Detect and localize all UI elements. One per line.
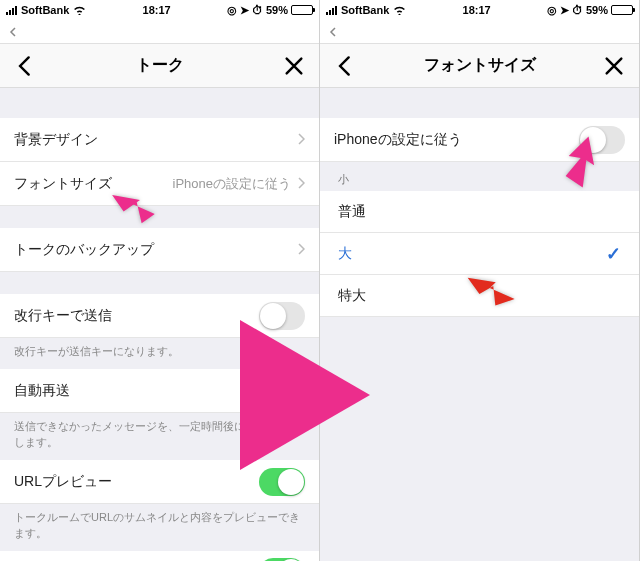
status-bar: SoftBank 18:17 ◎ ➤ ⏱ 59% xyxy=(0,0,319,20)
annotation-next-arrow-icon xyxy=(240,320,370,474)
checkmark-icon: ✓ xyxy=(606,243,621,265)
close-button[interactable] xyxy=(283,55,305,77)
screen-font-size: SoftBank 18:17 ◎ ➤ ⏱ 59% フォントサイズ iPhoneの… xyxy=(320,0,640,561)
option-label: 特大 xyxy=(338,287,366,305)
option-normal[interactable]: 普通 xyxy=(320,191,639,233)
battery-pct: 59% xyxy=(586,4,608,16)
carrier-label: SoftBank xyxy=(21,4,69,16)
status-bar: SoftBank 18:17 ◎ ➤ ⏱ 59% xyxy=(320,0,639,20)
row-label: URLプレビュー xyxy=(14,473,259,491)
row-label: 自動再送 xyxy=(14,382,259,400)
nav-bar: トーク xyxy=(0,44,319,88)
battery-pct: 59% xyxy=(266,4,288,16)
back-button[interactable] xyxy=(14,55,36,77)
tab-chevron-icon xyxy=(328,23,338,41)
chevron-right-icon xyxy=(297,176,305,192)
row-label: 改行キーで送信 xyxy=(14,307,259,325)
option-label: 大 xyxy=(338,245,352,263)
caption-url-preview: トークルームでURLのサムネイルと内容をプレビューできます。 xyxy=(0,504,319,551)
location-icon: ◎ xyxy=(547,4,557,17)
wifi-icon xyxy=(393,6,406,15)
chevron-right-icon xyxy=(297,242,305,258)
page-title: トーク xyxy=(136,55,184,76)
chevron-right-icon xyxy=(297,132,305,148)
option-label: 普通 xyxy=(338,203,366,221)
carrier-label: SoftBank xyxy=(341,4,389,16)
status-time: 18:17 xyxy=(143,4,171,16)
row-value: iPhoneの設定に従う xyxy=(173,175,291,193)
alarm-icon: ⏱ xyxy=(572,4,583,16)
signal-icon xyxy=(6,6,17,15)
browser-tab-strip xyxy=(320,20,639,44)
row-label: 背景デザイン xyxy=(14,131,297,149)
row-talk-backup[interactable]: トークのバックアップ xyxy=(0,228,319,272)
nav-icon: ➤ xyxy=(240,4,249,17)
signal-icon xyxy=(326,6,337,15)
nav-bar: フォントサイズ xyxy=(320,44,639,88)
battery-icon xyxy=(611,5,633,15)
status-time: 18:17 xyxy=(463,4,491,16)
back-button[interactable] xyxy=(334,55,356,77)
page-title: フォントサイズ xyxy=(424,55,536,76)
row-label: iPhoneの設定に従う xyxy=(334,131,579,149)
row-background-design[interactable]: 背景デザイン xyxy=(0,118,319,162)
close-button[interactable] xyxy=(603,55,625,77)
annotation-arrow-pink-icon xyxy=(550,130,610,190)
annotation-arrow-pink-icon xyxy=(110,170,170,230)
row-sticker-preview[interactable]: スタンププレビュー xyxy=(0,551,319,561)
battery-icon xyxy=(291,5,313,15)
wifi-icon xyxy=(73,6,86,15)
browser-tab-strip xyxy=(0,20,319,44)
tab-chevron-icon xyxy=(8,23,18,41)
alarm-icon: ⏱ xyxy=(252,4,263,16)
row-label: トークのバックアップ xyxy=(14,241,297,259)
annotation-arrow-red-icon xyxy=(465,255,525,315)
location-icon: ◎ xyxy=(227,4,237,17)
nav-icon: ➤ xyxy=(560,4,569,17)
screen-talk-settings: SoftBank 18:17 ◎ ➤ ⏱ 59% トーク 背景デザイン xyxy=(0,0,320,561)
